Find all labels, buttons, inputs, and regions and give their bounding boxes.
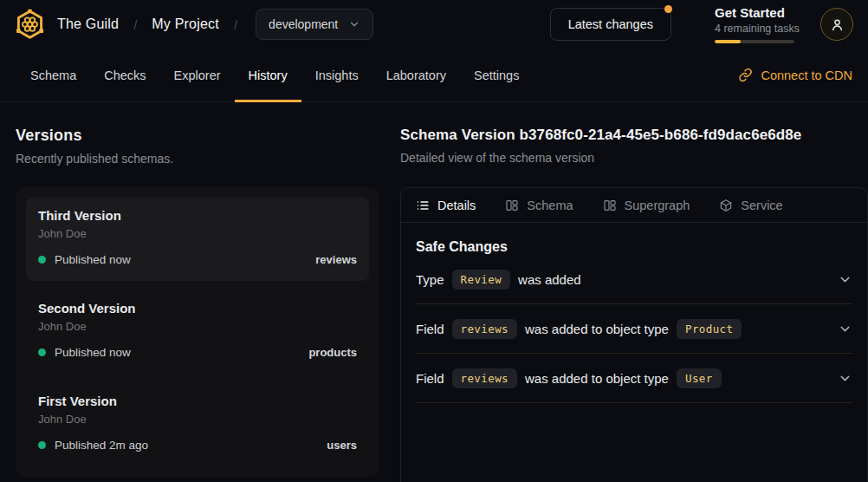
detail-body: Safe Changes Type Review was added Field…	[401, 223, 867, 403]
tab-settings[interactable]: Settings	[460, 49, 533, 101]
version-author: John Doe	[38, 227, 357, 240]
chevron-down-icon[interactable]	[838, 322, 852, 336]
breadcrumb: The Guild / My Project / development	[57, 9, 373, 40]
change-row[interactable]: Type Review was added	[416, 255, 852, 304]
version-list-item[interactable]: Third Version John Doe Published now rev…	[26, 198, 369, 281]
version-status-row: Published 2m ago users	[38, 439, 357, 452]
user-avatar[interactable]	[820, 8, 853, 41]
breadcrumb-separator: /	[133, 17, 137, 32]
get-started-widget[interactable]: Get Started 4 remaining tasks	[715, 5, 794, 42]
detail-tab-supergraph[interactable]: Supergraph	[603, 199, 690, 212]
get-started-progress-track	[715, 40, 794, 43]
detail-tab-label: Details	[437, 199, 476, 212]
chevron-down-icon[interactable]	[838, 272, 852, 287]
published-status-dot	[38, 348, 46, 356]
published-status-dot	[38, 256, 46, 264]
detail-tab-label: Supergraph	[625, 199, 690, 212]
tab-explorer[interactable]: Explorer	[160, 49, 235, 101]
user-icon	[829, 16, 845, 33]
change-suffix: was added	[518, 272, 581, 287]
project-nav: Schema Checks Explorer History Insights …	[0, 49, 868, 102]
safe-changes-heading: Safe Changes	[416, 239, 852, 255]
panels-icon	[505, 199, 519, 212]
versions-column: Versions Recently published schemas. Thi…	[0, 102, 395, 482]
detail-tab-service[interactable]: Service	[719, 199, 782, 212]
change-code-badge[interactable]: reviews	[452, 368, 517, 388]
tab-checks[interactable]: Checks	[90, 49, 159, 101]
get-started-title: Get Started	[715, 5, 794, 20]
change-row[interactable]: Field reviews was added to object type P…	[416, 304, 852, 354]
version-author: John Doe	[38, 320, 357, 333]
version-status-text: Published now	[55, 253, 315, 266]
chevron-down-icon	[348, 18, 360, 30]
detail-tab-label: Schema	[527, 199, 573, 212]
version-service-name: users	[327, 439, 357, 452]
version-author: John Doe	[38, 413, 357, 426]
cube-icon	[719, 199, 733, 212]
notification-dot	[664, 5, 672, 13]
guild-hive-logo-icon[interactable]	[16, 9, 44, 41]
detail-tab-details[interactable]: Details	[416, 199, 476, 212]
get-started-progress-fill	[715, 40, 741, 43]
version-status-row: Published now reviews	[38, 253, 357, 266]
version-title: Third Version	[38, 208, 357, 223]
schema-version-subtitle: Detailed view of the schema version	[400, 151, 868, 165]
version-title: First Version	[38, 394, 357, 408]
tab-insights[interactable]: Insights	[301, 49, 372, 101]
target-selector-label: development	[269, 17, 338, 31]
app-window: The Guild / My Project / development Lat…	[0, 0, 868, 482]
change-type-badge[interactable]: User	[677, 368, 722, 388]
main-content: Versions Recently published schemas. Thi…	[0, 102, 868, 482]
list-icon	[416, 199, 430, 212]
get-started-subtitle: 4 remaining tasks	[715, 23, 794, 35]
change-suffix: was added to object type	[525, 322, 669, 336]
top-bar-right: Latest changes Get Started 4 remaining t…	[550, 5, 853, 42]
change-type-badge[interactable]: Product	[677, 319, 742, 339]
link-icon	[738, 68, 753, 82]
connect-to-cdn-link[interactable]: Connect to CDN	[738, 49, 852, 101]
latest-changes-label: Latest changes	[568, 17, 653, 31]
panels-icon	[603, 199, 617, 212]
versions-list: Third Version John Doe Published now rev…	[16, 187, 379, 477]
version-status-row: Published now products	[38, 346, 357, 359]
version-status-text: Published 2m ago	[55, 439, 327, 452]
chevron-down-icon[interactable]	[838, 371, 852, 386]
change-code-badge[interactable]: Review	[452, 270, 511, 290]
change-suffix: was added to object type	[525, 371, 669, 386]
top-bar: The Guild / My Project / development Lat…	[0, 0, 868, 49]
versions-subtitle: Recently published schemas.	[16, 152, 379, 166]
version-service-name: products	[308, 346, 357, 359]
connect-to-cdn-label: Connect to CDN	[761, 68, 852, 82]
schema-version-title: Schema Version b3768fc0-21a4-45e5-b686-f…	[400, 127, 868, 144]
version-list-item[interactable]: Second Version John Doe Published now pr…	[26, 290, 369, 374]
version-title: Second Version	[38, 301, 357, 316]
version-list-item[interactable]: First Version John Doe Published 2m ago …	[26, 383, 369, 466]
detail-tab-schema[interactable]: Schema	[505, 199, 573, 212]
detail-tab-label: Service	[741, 199, 782, 212]
published-status-dot	[38, 441, 46, 449]
target-selector-dropdown[interactable]: development	[256, 9, 373, 40]
change-row[interactable]: Field reviews was added to object type U…	[416, 354, 852, 403]
breadcrumb-project[interactable]: My Project	[152, 16, 219, 32]
change-code-badge[interactable]: reviews	[452, 319, 517, 339]
change-prefix: Type	[416, 272, 444, 287]
tab-laboratory[interactable]: Laboratory	[372, 49, 460, 101]
versions-title: Versions	[16, 127, 379, 145]
version-service-name: reviews	[315, 253, 357, 266]
tab-history[interactable]: History	[235, 49, 301, 101]
version-status-text: Published now	[55, 346, 308, 359]
schema-version-detail: Schema Version b3768fc0-21a4-45e5-b686-f…	[395, 102, 868, 482]
detail-tab-bar: Details Schema	[401, 188, 867, 223]
breadcrumb-separator: /	[234, 17, 237, 32]
schema-version-panel: Details Schema	[400, 187, 868, 482]
tab-schema[interactable]: Schema	[16, 49, 90, 101]
change-prefix: Field	[416, 371, 444, 386]
latest-changes-button[interactable]: Latest changes	[550, 8, 671, 41]
breadcrumb-org[interactable]: The Guild	[57, 16, 119, 32]
change-prefix: Field	[416, 322, 444, 336]
